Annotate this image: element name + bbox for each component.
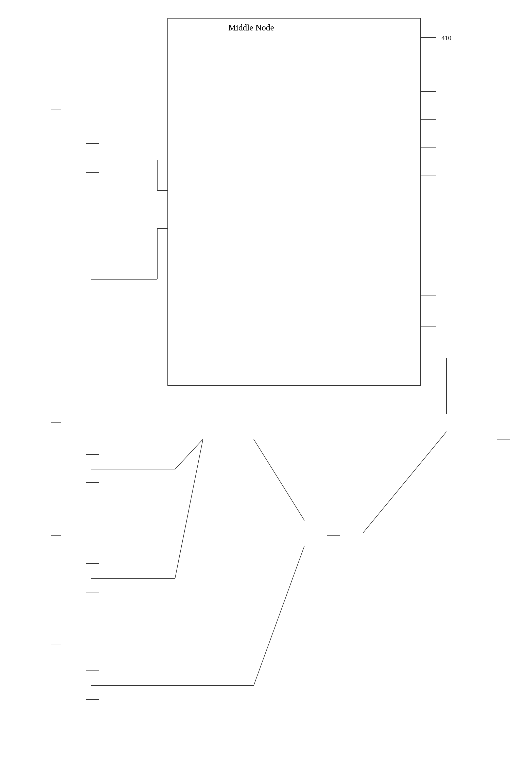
ref-410: 410 [441, 34, 451, 42]
svg-line-37 [254, 439, 304, 521]
svg-line-39 [254, 546, 304, 685]
middle-node-410-box [168, 18, 421, 386]
svg-line-34 [175, 439, 203, 469]
middle-node-410-label: Middle Node [228, 23, 274, 32]
svg-line-36 [175, 439, 203, 578]
svg-line-40 [363, 431, 446, 533]
